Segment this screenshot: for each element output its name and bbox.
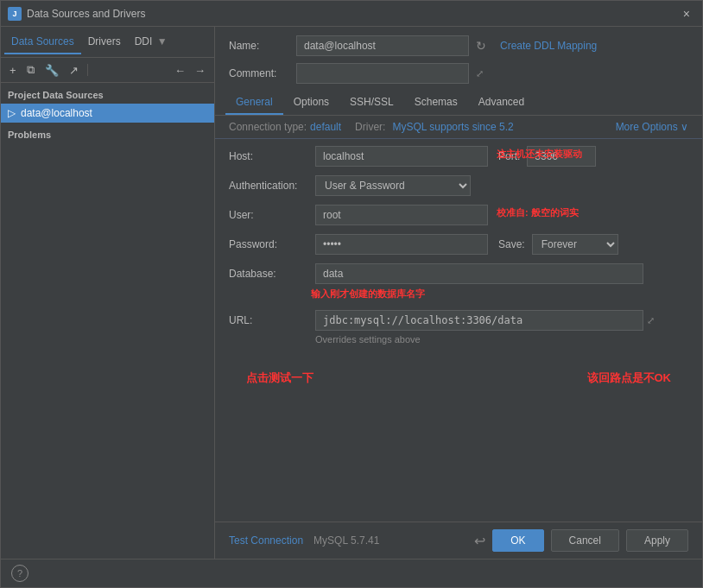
- user-label: User:: [229, 209, 315, 221]
- datasource-item-localhost[interactable]: ▷ data@localhost: [1, 104, 214, 123]
- bottom-bar: Test Connection MySQL 5.7.41 ↩ OK Cancel…: [215, 522, 702, 559]
- password-label: Password:: [229, 238, 315, 250]
- more-options-button[interactable]: More Options ∨: [616, 121, 688, 133]
- driver-value: MySQL supports since 5.2: [392, 121, 513, 133]
- title-bar-text: Data Sources and Drivers: [27, 8, 678, 20]
- apply-button[interactable]: Apply: [626, 529, 688, 552]
- password-input[interactable]: [315, 234, 488, 255]
- database-label: Database:: [229, 268, 315, 280]
- expand-url-button[interactable]: ⤢: [647, 315, 655, 326]
- connection-type-bar: Connection type: default Driver: MySQL s…: [215, 116, 702, 139]
- url-input-wrapper: jdbc:mysql://localhost:3306/data: [315, 310, 643, 331]
- config-tabs: General Options SSH/SSL Schemas Advanced: [215, 91, 702, 116]
- database-row: Database: 输入刚才创建的数据库名字: [229, 263, 688, 284]
- database-icon: ▷: [8, 107, 16, 119]
- form-area: Host: 这主机还未安装驱动 Port: Authentication: Us…: [215, 139, 702, 522]
- left-toolbar: + ⧉ 🔧 ↗ ← →: [1, 58, 214, 83]
- left-tabs: Data Sources Drivers DDI ▼: [1, 27, 214, 58]
- name-label: Name:: [229, 40, 289, 52]
- url-row: URL: jdbc:mysql://localhost:3306/data ⤢: [229, 310, 688, 331]
- password-row: Password: Save: Forever Until restart Ne…: [229, 234, 688, 255]
- app-icon: J: [8, 7, 22, 21]
- tab-advanced[interactable]: Advanced: [468, 91, 535, 115]
- tab-schemas[interactable]: Schemas: [404, 91, 468, 115]
- save-label: Save:: [498, 238, 525, 250]
- datasource-name: data@localhost: [21, 107, 92, 119]
- expand-comment-button[interactable]: ⤢: [476, 68, 484, 79]
- export-button[interactable]: ↗: [66, 62, 82, 79]
- url-display[interactable]: jdbc:mysql://localhost:3306/data: [315, 310, 643, 331]
- auth-select[interactable]: User & Password No auth Windows Credenti…: [315, 175, 471, 196]
- host-label: Host:: [229, 150, 315, 162]
- user-input[interactable]: [315, 205, 488, 225]
- database-input-wrapper: 输入刚才创建的数据库名字: [315, 263, 643, 284]
- copy-button[interactable]: ⧉: [23, 61, 38, 79]
- name-input[interactable]: [296, 35, 469, 56]
- url-label: URL:: [229, 314, 315, 326]
- annotation-ok: 该回路点是不OK: [587, 370, 672, 386]
- conn-type-label: Connection type:: [229, 121, 307, 133]
- auth-label: Authentication:: [229, 180, 315, 192]
- dialog-container: J Data Sources and Drivers × Data Source…: [0, 0, 703, 588]
- url-override-note: Overrides settings above: [315, 334, 688, 345]
- comment-row: Comment: ⤢: [215, 61, 702, 91]
- url-text: jdbc:mysql://localhost:3306/: [323, 314, 497, 326]
- port-label: Port:: [498, 150, 520, 162]
- tab-drivers[interactable]: Drivers: [81, 30, 128, 54]
- close-button[interactable]: ×: [678, 5, 695, 22]
- left-panel: Data Sources Drivers DDI ▼ + ⧉ 🔧 ↗ ←: [1, 27, 215, 559]
- project-datasources-header: Project Data Sources: [1, 83, 214, 104]
- ddl-link[interactable]: Create DDL Mapping: [500, 40, 597, 52]
- tab-ddi-arrow: ▼: [157, 35, 168, 47]
- tab-options[interactable]: Options: [283, 91, 339, 115]
- host-input[interactable]: [315, 146, 488, 167]
- back-button[interactable]: ←: [171, 62, 189, 79]
- mysql-version: MySQL 5.7.41: [314, 534, 379, 547]
- comment-input[interactable]: [296, 63, 469, 84]
- port-input[interactable]: [527, 146, 596, 167]
- forward-button[interactable]: →: [191, 62, 209, 79]
- bottom-annotations: 点击测试一下 该回路点是不OK: [229, 370, 688, 386]
- problems-section: Problems: [1, 123, 214, 143]
- bottom-right: ↩ OK Cancel Apply: [474, 529, 688, 552]
- name-row: Name: ↻ Create DDL Mapping: [215, 27, 702, 61]
- user-input-wrapper: 校准自: 般空的词实: [315, 205, 488, 225]
- right-panel: Name: ↻ Create DDL Mapping Comment: ⤢ Ge…: [215, 27, 702, 559]
- add-button[interactable]: +: [6, 62, 20, 79]
- tab-general[interactable]: General: [225, 91, 283, 115]
- save-select[interactable]: Forever Until restart Never: [532, 234, 618, 255]
- host-input-wrapper: 这主机还未安装驱动: [315, 146, 488, 167]
- tab-ssh-ssl[interactable]: SSH/SSL: [339, 91, 404, 115]
- auth-row: Authentication: User & Password No auth …: [229, 175, 688, 196]
- toolbar-separator: [87, 64, 88, 76]
- main-content: Data Sources Drivers DDI ▼ + ⧉ 🔧 ↗ ←: [1, 27, 702, 559]
- settings-button[interactable]: 🔧: [41, 62, 62, 79]
- toolbar-nav: ← →: [171, 62, 209, 79]
- comment-label: Comment:: [229, 67, 289, 79]
- help-button[interactable]: ?: [11, 565, 28, 582]
- ok-button[interactable]: OK: [492, 529, 543, 552]
- tab-datasources[interactable]: Data Sources: [4, 30, 81, 54]
- driver-label: Driver:: [355, 121, 385, 133]
- url-underline: data: [497, 314, 522, 326]
- database-input[interactable]: [315, 263, 643, 284]
- title-bar: J Data Sources and Drivers ×: [1, 1, 702, 27]
- host-row: Host: 这主机还未安装驱动 Port:: [229, 146, 688, 167]
- user-annotation: 校准自: 般空的词实: [497, 206, 579, 219]
- reload-button[interactable]: ↻: [476, 39, 486, 53]
- annotation-test: 点击测试一下: [246, 370, 314, 386]
- spacer: [229, 293, 688, 310]
- help-area: ?: [1, 559, 702, 587]
- tab-ddi[interactable]: DDI ▼: [128, 30, 174, 54]
- test-connection-button[interactable]: Test Connection: [229, 534, 303, 547]
- user-row: User: 校准自: 般空的词实: [229, 205, 688, 225]
- cancel-button[interactable]: Cancel: [551, 529, 619, 552]
- conn-type-value: default: [310, 121, 341, 133]
- reset-button[interactable]: ↩: [474, 533, 485, 549]
